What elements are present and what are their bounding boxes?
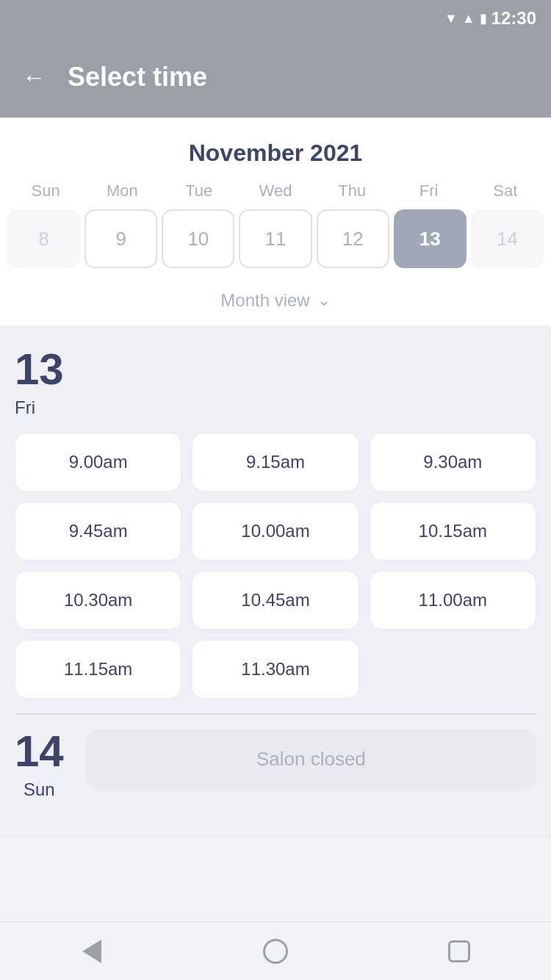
back-button[interactable]: ← (22, 64, 46, 91)
date-12[interactable]: 12 (317, 209, 389, 268)
day-14-block: 14 Sun Salon closed (15, 729, 536, 800)
dates-row: 8 9 10 11 12 13 14 (0, 209, 551, 283)
weekday-thu: Thu (314, 181, 390, 209)
day-13-name: Fri (15, 397, 64, 418)
time-slot-915am[interactable]: 9.15am (192, 433, 359, 491)
nav-recents-button[interactable] (441, 933, 478, 970)
weekday-wed: Wed (237, 181, 314, 209)
weekday-sun: Sun (7, 181, 84, 209)
nav-back-button[interactable] (73, 933, 110, 970)
day-14-info: 14 Sun (15, 729, 64, 800)
weekdays-row: Sun Mon Tue Wed Thu Fri Sat (0, 181, 551, 209)
header: ← Select time (0, 37, 551, 118)
status-icons: ▼ ▲ ▮ 12:30 (444, 8, 536, 29)
day-14-name: Sun (24, 779, 55, 800)
day-14-content: 14 Sun Salon closed (15, 729, 536, 800)
time-slot-1130am[interactable]: 11.30am (192, 640, 359, 699)
status-bar: ▼ ▲ ▮ 12:30 (0, 0, 551, 37)
month-view-toggle[interactable]: Month view ⌄ (0, 283, 551, 325)
time-slot-1100am[interactable]: 11.00am (370, 571, 536, 630)
day-13-number: 13 (15, 347, 64, 392)
page-title: Select time (68, 62, 207, 93)
home-circle-icon (263, 939, 288, 964)
date-10[interactable]: 10 (162, 209, 234, 268)
time-slot-1030am[interactable]: 10.30am (15, 571, 181, 630)
recents-square-icon (448, 940, 470, 962)
date-11[interactable]: 11 (239, 209, 311, 268)
date-14: 14 (471, 209, 544, 268)
date-9[interactable]: 9 (84, 209, 157, 268)
time-slot-945am[interactable]: 9.45am (15, 502, 181, 561)
month-year-title: November 2021 (0, 132, 551, 181)
day-13-header: 13 Fri (15, 347, 536, 418)
day-13-block: 13 Fri 9.00am 9.15am 9.30am 9.45am 10.00… (15, 347, 536, 699)
chevron-down-icon: ⌄ (317, 291, 331, 310)
date-13[interactable]: 13 (394, 209, 467, 268)
day-divider (15, 713, 536, 715)
day-13-info: 13 Fri (15, 347, 64, 418)
back-triangle-icon (82, 940, 101, 963)
calendar-section: November 2021 Sun Mon Tue Wed Thu Fri Sa… (0, 118, 551, 325)
wifi-icon: ▼ (444, 11, 458, 26)
time-slot-1000am[interactable]: 10.00am (192, 502, 359, 561)
date-8: 8 (7, 209, 80, 268)
weekday-sat: Sat (467, 181, 544, 209)
time-section: 13 Fri 9.00am 9.15am 9.30am 9.45am 10.00… (0, 325, 551, 837)
time-slots-day-13: 9.00am 9.15am 9.30am 9.45am 10.00am 10.1… (15, 433, 536, 699)
status-time: 12:30 (491, 8, 536, 29)
nav-home-button[interactable] (257, 933, 294, 970)
signal-icon: ▲ (462, 11, 475, 26)
time-slot-930am[interactable]: 9.30am (370, 433, 536, 491)
weekday-mon: Mon (84, 181, 160, 209)
time-slot-1045am[interactable]: 10.45am (192, 571, 359, 630)
battery-icon: ▮ (480, 10, 487, 26)
weekday-tue: Tue (161, 181, 237, 209)
time-slot-1015am[interactable]: 10.15am (370, 502, 536, 561)
salon-closed-label: Salon closed (86, 729, 536, 788)
day-14-number: 14 (15, 729, 64, 774)
bottom-nav (0, 921, 551, 980)
time-slot-900am[interactable]: 9.00am (15, 433, 181, 491)
weekday-fri: Fri (390, 181, 467, 209)
month-view-label: Month view (220, 290, 309, 311)
time-slot-1115am[interactable]: 11.15am (15, 640, 181, 699)
